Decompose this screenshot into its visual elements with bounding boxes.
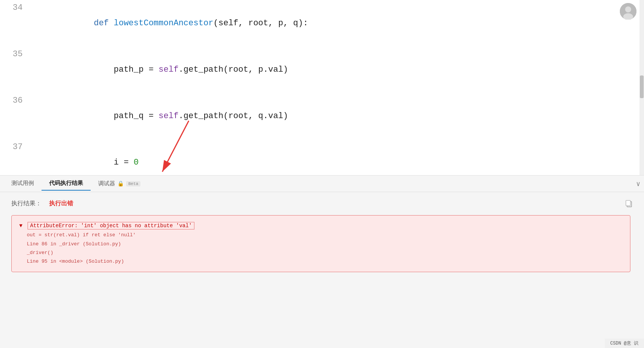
code-line-35: 35 path_p = self.get_path(root, p.val) — [0, 46, 644, 93]
error-main-line: ▼ AttributeError: 'int' object has no at… — [19, 221, 622, 231]
tab-test-cases[interactable]: 测试用例 — [4, 177, 42, 191]
line-number-36: 36 — [0, 93, 30, 108]
line-content-34: def lowestCommonAncestor(self, root, p, … — [30, 0, 644, 46]
tab-execution-result[interactable]: 代码执行结果 — [42, 177, 91, 191]
copy-icon[interactable] — [625, 200, 633, 209]
line-number-34: 34 — [0, 0, 30, 15]
code-line-34: 34 def lowestCommonAncestor(self, root, … — [0, 0, 644, 46]
tab-debugger-label: 调试器 — [98, 180, 115, 187]
result-label: 执行结果： — [11, 200, 42, 208]
error-box: ▼ AttributeError: 'int' object has no at… — [11, 215, 630, 272]
error-trace-line-3: _driver() — [27, 248, 622, 257]
bottom-bar-text: CSDN @意 识 — [610, 340, 638, 346]
result-header: 执行结果： 执行出错 — [11, 200, 633, 208]
tab-bar-right: ∨ — [636, 180, 640, 188]
error-toggle[interactable]: ▼ — [19, 221, 22, 231]
code-line-36: 36 path_q = self.get_path(root, q.val) — [0, 93, 644, 139]
line-content-36: path_q = self.get_path(root, q.val) — [30, 93, 644, 139]
line-number-35: 35 — [0, 46, 30, 62]
code-editor: 34 def lowestCommonAncestor(self, root, … — [0, 0, 644, 176]
error-main-text: AttributeError: 'int' object has no attr… — [28, 222, 194, 229]
scrollbar[interactable] — [639, 0, 644, 176]
tab-bar: 测试用例 代码执行结果 调试器 🔒 Beta ∨ — [0, 176, 644, 192]
scrollbar-thumb[interactable] — [640, 75, 644, 98]
svg-rect-6 — [626, 200, 630, 206]
error-trace-line-1: out = str(ret.val) if ret else 'null' — [27, 231, 622, 239]
lock-icon: 🔒 — [117, 180, 124, 187]
line-content-37: i = 0 — [30, 139, 644, 176]
error-trace-line-4: Line 95 in <module> (Solution.py) — [27, 257, 622, 266]
line-content-35: path_p = self.get_path(root, p.val) — [30, 46, 644, 93]
result-value: 执行出错 — [49, 200, 73, 208]
user-avatar — [620, 3, 636, 20]
chevron-down-icon[interactable]: ∨ — [636, 180, 640, 188]
results-area: 执行结果： 执行出错 ▼ AttributeError: 'int' objec… — [0, 192, 644, 348]
error-trace-line-2: Line 86 in _driver (Solution.py) — [27, 240, 622, 248]
beta-badge: Beta — [126, 181, 140, 186]
code-line-37: 37 i = 0 — [0, 139, 644, 176]
line-number-37: 37 — [0, 139, 30, 155]
tab-debugger[interactable]: 调试器 🔒 Beta — [91, 177, 148, 190]
svg-point-1 — [625, 6, 631, 12]
error-trace: out = str(ret.val) if ret else 'null' Li… — [19, 231, 622, 266]
bottom-bar: CSDN @意 识 — [605, 339, 644, 348]
